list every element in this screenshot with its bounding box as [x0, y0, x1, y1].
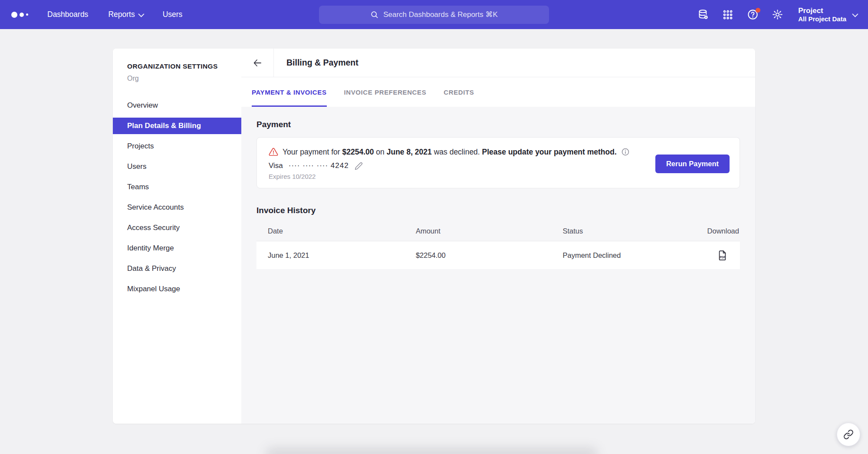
mixpanel-logo[interactable] [11, 12, 28, 18]
arrow-left-icon [252, 58, 263, 68]
invoice-history-heading: Invoice History [256, 206, 740, 215]
sidebar-org-name: Org [113, 75, 241, 82]
sidebar-item-projects[interactable]: Projects [113, 138, 241, 155]
page-body: ORGANIZATION SETTINGS Org Overview Plan … [0, 29, 868, 424]
edit-pencil-icon[interactable] [355, 162, 363, 170]
alert-amount: $2254.00 [342, 148, 374, 156]
top-navbar: Dashboards Reports Users Search Dashboar… [0, 0, 868, 29]
page-title: Billing & Payment [274, 49, 358, 77]
nav-dashboards-label: Dashboards [47, 10, 88, 19]
copy-link-fab[interactable] [837, 423, 860, 446]
org-settings-sidebar: ORGANIZATION SETTINGS Org Overview Plan … [113, 49, 241, 424]
sidebar-title: ORGANIZATION SETTINGS [113, 63, 241, 70]
svg-text:PDF: PDF [720, 256, 725, 259]
invoice-history-table: Date Amount Status Download June 1, 2021… [256, 221, 740, 269]
data-management-icon[interactable] [697, 8, 710, 21]
sidebar-item-access-security[interactable]: Access Security [113, 220, 241, 236]
settings-gear-icon[interactable] [771, 8, 784, 21]
rerun-payment-button[interactable]: Rerun Payment [655, 155, 730, 173]
col-header-download: Download [687, 227, 740, 235]
project-switcher-subtitle: All Project Data [798, 15, 846, 23]
chevron-down-icon [852, 11, 858, 17]
primary-nav: Dashboards Reports Users [47, 10, 182, 19]
col-header-amount: Amount [404, 227, 552, 235]
payment-section-heading: Payment [256, 120, 740, 129]
card-brand: Visa [269, 161, 283, 170]
nav-users-label: Users [163, 10, 183, 19]
invoice-amount: $2254.00 [404, 251, 552, 260]
sidebar-item-teams[interactable]: Teams [113, 179, 241, 195]
payment-declined-alert: Your payment for $2254.00 on June 8, 202… [269, 147, 630, 157]
link-icon [843, 429, 854, 440]
nav-users[interactable]: Users [163, 10, 183, 19]
nav-dashboards[interactable]: Dashboards [47, 10, 88, 19]
sidebar-item-data-privacy[interactable]: Data & Privacy [113, 260, 241, 277]
sidebar-item-users[interactable]: Users [113, 158, 241, 175]
billing-main: Billing & Payment PAYMENT & INVOICES INV… [241, 49, 755, 424]
tab-invoice-preferences[interactable]: INVOICE PREFERENCES [344, 77, 427, 107]
nav-reports-label: Reports [108, 10, 135, 19]
offscreen-element-shadow [266, 448, 598, 454]
alert-text: Your payment for $2254.00 on June 8, 202… [283, 148, 617, 157]
download-pdf-icon[interactable]: PDF [717, 250, 728, 261]
card-on-file: Visa ···· ···· ···· 4242 [269, 161, 630, 170]
project-switcher-title: Project [798, 6, 846, 15]
nav-right-group: Project All Project Data [697, 6, 857, 23]
logo-dot-large [11, 12, 17, 18]
warning-triangle-icon [269, 147, 278, 157]
invoice-status: Payment Declined [552, 251, 687, 260]
search-icon [370, 10, 378, 19]
back-button[interactable] [241, 49, 274, 77]
invoice-date: June 1, 2021 [256, 251, 404, 260]
apps-grid-icon[interactable] [721, 8, 734, 21]
alert-date: June 8, 2021 [387, 148, 432, 156]
info-icon[interactable] [621, 148, 630, 156]
sidebar-item-plan-details-billing[interactable]: Plan Details & Billing [113, 118, 241, 134]
global-search-input[interactable]: Search Dashboards & Reports ⌘K [319, 6, 549, 24]
billing-content: Payment Your payment for $2254.00 on Jun… [241, 107, 755, 424]
sidebar-item-mixpanel-usage[interactable]: Mixpanel Usage [113, 281, 241, 297]
project-switcher[interactable]: Project All Project Data [798, 6, 857, 23]
sidebar-item-service-accounts[interactable]: Service Accounts [113, 199, 241, 216]
col-header-date: Date [256, 227, 404, 235]
col-header-status: Status [552, 227, 687, 235]
alert-bold-suffix: Please update your payment method. [482, 148, 617, 156]
card-masked-digits: ···· ···· ···· 4242 [289, 161, 349, 170]
alert-suffix: was declined. [432, 148, 482, 156]
billing-tabs: PAYMENT & INVOICES INVOICE PREFERENCES C… [241, 77, 755, 107]
invoice-table-header: Date Amount Status Download [256, 221, 740, 241]
logo-dot-small [26, 13, 28, 16]
card-expiry: Expires 10/2022 [269, 173, 630, 180]
payment-card-details: Your payment for $2254.00 on June 8, 202… [269, 147, 630, 180]
help-notification-badge [756, 8, 760, 13]
payment-card: Your payment for $2254.00 on June 8, 202… [256, 137, 740, 188]
nav-reports[interactable]: Reports [108, 10, 142, 19]
help-icon[interactable] [746, 8, 759, 21]
sidebar-nav-list: Overview Plan Details & Billing Projects… [113, 97, 241, 297]
logo-dot-medium [20, 13, 24, 17]
sidebar-item-overview[interactable]: Overview [113, 97, 241, 114]
tab-credits[interactable]: CREDITS [444, 77, 474, 107]
chevron-down-icon [138, 11, 144, 17]
invoice-table-row: June 1, 2021 $2254.00 Payment Declined P… [256, 241, 740, 269]
sidebar-item-identity-merge[interactable]: Identity Merge [113, 240, 241, 257]
billing-header: Billing & Payment [241, 49, 755, 77]
alert-prefix: Your payment for [283, 148, 342, 156]
search-placeholder: Search Dashboards & Reports ⌘K [383, 10, 498, 19]
tab-payment-invoices[interactable]: PAYMENT & INVOICES [252, 77, 327, 107]
org-settings-panel: ORGANIZATION SETTINGS Org Overview Plan … [113, 49, 755, 424]
alert-mid: on [374, 148, 387, 156]
